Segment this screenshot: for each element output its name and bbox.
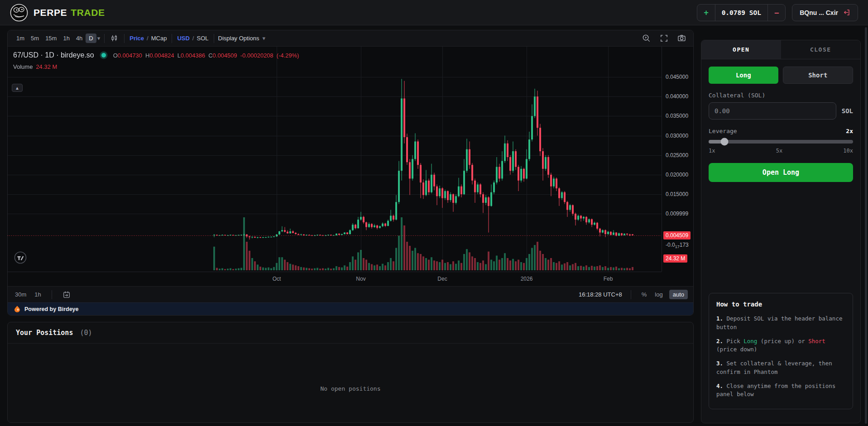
time-tick-label: Dec <box>437 276 447 282</box>
trade-panel: OPEN CLOSE Long Short Collateral (SOL) S… <box>701 40 861 423</box>
time-tick-label: 2026 <box>521 276 533 282</box>
price-tick-label: 0.015000 <box>666 191 688 198</box>
range-1h-button[interactable]: 1h <box>33 290 43 299</box>
chart-card: 1m5m15m1h4hD ▾ Price/MCap <box>7 30 694 316</box>
volume-readout: Volume24.32 M <box>13 63 57 70</box>
leverage-marks: 1x 5x 10x <box>709 148 853 154</box>
sol-balance: 0.0789 SOL <box>715 5 767 21</box>
short-button[interactable]: Short <box>783 67 854 84</box>
collateral-unit: SOL <box>842 107 853 115</box>
deposit-button[interactable]: + <box>697 5 715 21</box>
chart-bottom-toolbar: 30m 1h 16:18:28 UTC+8 % log auto <box>8 286 693 302</box>
price-tick-label: 0.045000 <box>666 73 688 81</box>
timeframe-15m-button[interactable]: 15m <box>42 34 60 43</box>
current-price-badge: 0.004509 <box>663 231 691 239</box>
price-mcap-toggle: Price/MCap <box>129 35 168 42</box>
price-mode-button[interactable]: Price <box>129 35 144 42</box>
symbol-title: 67/USD · 1D · birdeye.so <box>13 51 94 59</box>
brand: PERPETRADE <box>10 4 105 22</box>
clock-readout[interactable]: 16:18:28 UTC+8 <box>579 291 622 298</box>
leverage-label: Leverage <box>709 128 737 134</box>
tab-close[interactable]: CLOSE <box>781 40 861 59</box>
birdeye-logo-icon <box>14 306 20 312</box>
trade-tabs: OPEN CLOSE <box>701 40 860 59</box>
chart-toolbar: 1m5m15m1h4hD ▾ Price/MCap <box>8 30 693 47</box>
logout-icon <box>843 9 850 16</box>
leverage-slider[interactable] <box>709 140 853 144</box>
chevron-down-icon: ▾ <box>263 35 266 42</box>
price-tick-label: 0.030000 <box>666 132 688 139</box>
timeframe-4h-button[interactable]: 4h <box>73 34 86 43</box>
usd-sol-toggle: USD/SOL <box>176 35 209 42</box>
timeframe-1m-button[interactable]: 1m <box>13 34 28 43</box>
fullscreen-icon[interactable] <box>658 32 670 44</box>
chart-legend: 67/USD · 1D · birdeye.so O0.004730 H0.00… <box>13 51 299 59</box>
pepe-logo-icon <box>10 4 28 22</box>
app-header: PERPETRADE + 0.0789 SOL − BQnu ... Cxir <box>0 0 868 25</box>
side-selector: Long Short <box>709 67 853 84</box>
wallet-button[interactable]: BQnu ... Cxir <box>792 4 858 21</box>
chart-area[interactable]: 0.0450000.0400000.0350000.0300000.025000… <box>8 47 693 286</box>
percent-scale-button[interactable]: % <box>640 290 649 299</box>
price-axis[interactable]: 0.0450000.0400000.0350000.0300000.025000… <box>662 47 693 272</box>
magic-zoom-icon[interactable] <box>640 32 652 44</box>
price-tick-label: 0.040000 <box>666 93 688 100</box>
time-tick-label: Nov <box>356 276 365 282</box>
timeframe-group: 1m5m15m1h4hD <box>13 34 96 43</box>
status-dot <box>101 53 106 57</box>
positions-count: (0) <box>80 329 92 337</box>
how-to-trade-box: How to trade 1. Deposit SOL via the head… <box>709 293 853 409</box>
price-tick-label: -0.017173 <box>666 241 689 249</box>
positions-title: Your Positions <box>16 329 73 337</box>
timeframe-d-button[interactable]: D <box>86 34 96 43</box>
wallet-address: BQnu ... Cxir <box>800 9 838 16</box>
usd-mode-button[interactable]: USD <box>177 35 189 42</box>
positions-card: Your Positions (0) No open positions <box>7 322 694 423</box>
leverage-slider-thumb[interactable] <box>721 138 729 146</box>
go-to-date-icon[interactable] <box>61 289 72 301</box>
time-tick-label: Feb <box>604 276 613 282</box>
camera-screenshot-icon[interactable] <box>676 32 688 44</box>
collateral-label: Collateral (SOL) <box>709 92 853 99</box>
current-volume-badge: 24.32 M <box>663 254 687 263</box>
ohlc-readout: O0.004730 H0.004824 L0.004386 C0.004509 … <box>113 52 299 59</box>
empty-positions-message: No open positions <box>8 385 693 392</box>
price-tick-label: 0.035000 <box>666 112 688 120</box>
collateral-input[interactable] <box>709 102 836 120</box>
time-axis[interactable]: OctNovDec2026Feb <box>8 272 662 286</box>
candlestick-canvas[interactable] <box>8 47 662 272</box>
balance-widget: + 0.0789 SOL − <box>697 4 786 21</box>
price-tick-label: 0.025000 <box>666 152 688 159</box>
powered-by-birdeye[interactable]: Powered by Birdeye <box>8 302 693 315</box>
range-30m-button[interactable]: 30m <box>13 290 28 299</box>
open-long-button[interactable]: Open Long <box>709 163 853 182</box>
timeframe-5m-button[interactable]: 5m <box>28 34 42 43</box>
timeframe-1h-button[interactable]: 1h <box>60 34 72 43</box>
tradingview-logo[interactable] <box>14 251 27 264</box>
sol-mode-button[interactable]: SOL <box>197 35 208 42</box>
page-scrollbar[interactable] <box>865 27 867 424</box>
withdraw-button[interactable]: − <box>767 5 785 21</box>
chart-type-candles-icon[interactable] <box>109 33 120 44</box>
price-tick-label: 0.009999 <box>666 210 688 217</box>
how-to-step: 2. Pick Long (price up) or Short (price … <box>716 337 845 354</box>
display-options-button[interactable]: Display Options▾ <box>218 35 266 42</box>
price-tick-label: 0.020000 <box>666 171 688 178</box>
time-tick-label: Oct <box>273 276 281 282</box>
brand-name: PERPETRADE <box>34 7 105 18</box>
long-button[interactable]: Long <box>709 67 778 84</box>
positions-header: Your Positions (0) <box>8 322 693 344</box>
how-to-step: 3. Set collateral & leverage, then confi… <box>716 359 845 377</box>
log-scale-button[interactable]: log <box>653 290 664 299</box>
auto-scale-button[interactable]: auto <box>669 290 688 299</box>
mcap-mode-button[interactable]: MCap <box>151 35 167 42</box>
leverage-value: 2x <box>846 128 853 134</box>
chevron-down-icon[interactable]: ▾ <box>97 35 101 42</box>
how-to-step: 1. Deposit SOL via the header balance bu… <box>716 315 845 332</box>
collapse-indicator-button[interactable]: ▲ <box>12 84 23 92</box>
tab-open[interactable]: OPEN <box>701 40 781 59</box>
how-to-trade-title: How to trade <box>716 300 845 309</box>
how-to-step: 4. Close anytime from the positions pane… <box>716 382 845 399</box>
